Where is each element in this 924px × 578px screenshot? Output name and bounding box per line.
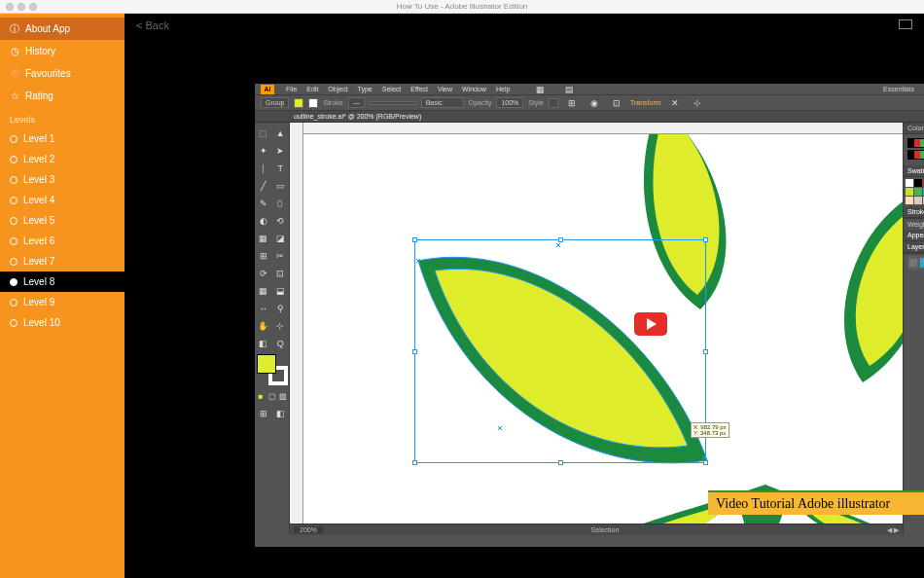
tool-icon[interactable]: ⊞ xyxy=(255,247,272,265)
nav-favourites[interactable]: ♡Favourites xyxy=(0,62,124,85)
brush-def-dd[interactable] xyxy=(370,101,416,105)
level-4[interactable]: Level 4 xyxy=(0,190,124,210)
menu-effect[interactable]: Effect xyxy=(410,86,428,92)
fill-swatch[interactable] xyxy=(294,98,303,108)
tool-icon[interactable]: ▲ xyxy=(272,125,290,142)
stroke-weight-dd[interactable]: — xyxy=(348,97,365,108)
tool-icon[interactable]: ╱ xyxy=(255,177,272,195)
level-2[interactable]: Level 2 xyxy=(0,149,124,169)
tool-icon[interactable]: ◪ xyxy=(272,230,290,247)
tool-icon[interactable]: ✂ xyxy=(272,247,290,265)
maximize-dot[interactable] xyxy=(29,3,37,11)
x-icon[interactable]: ✕ xyxy=(666,94,684,112)
zoom-level[interactable]: 200% xyxy=(294,526,323,533)
tool-icon[interactable]: ✎ xyxy=(255,195,272,212)
swatch[interactable] xyxy=(906,197,913,204)
stroke-swatch[interactable] xyxy=(308,98,318,108)
sidebar: ⓘAbout App◷History♡Favourites☆Rating Lev… xyxy=(0,14,124,578)
tool-icon[interactable]: ⟲ xyxy=(272,212,290,230)
level-1[interactable]: Level 1 xyxy=(0,128,124,149)
transform-link[interactable]: Transform xyxy=(630,99,661,106)
canvas-area[interactable]: X: 982.79 px Y: 348.73 px 200% Selection… xyxy=(290,123,903,535)
panel-tab-appearance[interactable]: Appearance xyxy=(907,232,924,238)
screen-mode-icon[interactable]: ⊞ xyxy=(255,405,272,422)
menu-window[interactable]: Window xyxy=(462,86,486,92)
arrange-icon[interactable]: ▦ xyxy=(531,81,549,98)
level-5[interactable]: Level 5 xyxy=(0,210,124,231)
tool-icon[interactable]: ⊹ xyxy=(272,317,290,335)
snap-icon[interactable]: ⊹ xyxy=(689,94,706,112)
tool-icon[interactable]: Q xyxy=(272,335,290,352)
level-9[interactable]: Level 9 xyxy=(0,292,124,312)
opacity-dd[interactable]: 100% xyxy=(496,97,523,108)
artboard[interactable]: X: 982.79 px Y: 348.73 px xyxy=(303,134,903,524)
tool-icon[interactable]: ▭ xyxy=(272,177,290,195)
panel-tab-swatches[interactable]: Swatches xyxy=(907,167,924,174)
minimize-dot[interactable] xyxy=(18,3,25,11)
draw-mode-icon[interactable]: ■ xyxy=(255,387,267,405)
style-swatch[interactable] xyxy=(549,98,558,108)
tool-icon[interactable]: ◧ xyxy=(255,335,272,352)
tool-icon[interactable]: ⬚ xyxy=(255,125,272,142)
swatch[interactable] xyxy=(914,188,922,196)
menu-file[interactable]: File xyxy=(286,86,297,92)
level-7[interactable]: Level 7 xyxy=(0,251,124,271)
swatch[interactable] xyxy=(906,188,913,196)
swatches-grid[interactable] xyxy=(904,177,924,206)
tool-icon[interactable]: ⚲ xyxy=(272,300,290,317)
menu-object[interactable]: Object xyxy=(328,86,347,92)
tool-icon[interactable]: ▦ xyxy=(255,230,272,247)
selection-mode[interactable]: Group xyxy=(261,97,289,108)
swatch[interactable] xyxy=(914,197,922,204)
fullscreen-icon[interactable] xyxy=(899,19,912,29)
panel-tab-color[interactable]: Color xyxy=(907,125,924,131)
nav-rating[interactable]: ☆Rating xyxy=(0,85,124,107)
nav-about-app[interactable]: ⓘAbout App xyxy=(0,18,124,40)
menu-edit[interactable]: Edit xyxy=(306,86,318,92)
menu-type[interactable]: Type xyxy=(358,86,373,92)
recolor-icon[interactable]: ◉ xyxy=(586,94,603,112)
tool-icon[interactable]: ✋ xyxy=(255,317,272,335)
document-tab[interactable]: outline_stroke.ai* @ 200% (RGB/Preview) xyxy=(255,111,924,123)
tool-icon[interactable]: ➤ xyxy=(272,142,290,160)
workspace-switcher[interactable]: Essentials xyxy=(883,86,914,92)
tool-icon[interactable]: ｜ xyxy=(255,160,272,177)
level-10[interactable]: Level 10 xyxy=(0,312,124,333)
level-3[interactable]: Level 3 xyxy=(0,169,124,190)
back-button[interactable]: < Back xyxy=(136,19,169,31)
level-8[interactable]: Level 8 xyxy=(0,271,124,292)
stroke-style-dd[interactable]: Basic xyxy=(421,97,464,108)
panel-tab-layers[interactable]: Layers xyxy=(907,243,924,250)
eye-icon[interactable] xyxy=(909,259,917,267)
scroll-arrows[interactable]: ◀ ▶ xyxy=(887,526,899,534)
tool-icon[interactable]: ◐ xyxy=(255,212,272,230)
menu-help[interactable]: Help xyxy=(496,86,510,92)
align-icon[interactable]: ⊞ xyxy=(563,94,581,112)
panel-tab-stroke[interactable]: Stroke xyxy=(907,208,924,215)
screen-mode-icon[interactable]: ◧ xyxy=(272,405,290,422)
play-button[interactable] xyxy=(634,312,667,336)
tool-icon[interactable]: ⬓ xyxy=(272,282,290,300)
swatch[interactable] xyxy=(914,179,922,187)
tool-icon[interactable]: ✦ xyxy=(255,142,272,160)
draw-mode-icon[interactable]: ▢ xyxy=(267,387,278,405)
tool-icon[interactable]: ⟳ xyxy=(255,265,272,282)
isolate-icon[interactable]: ⊡ xyxy=(608,94,625,112)
swatch[interactable] xyxy=(906,179,913,187)
close-dot[interactable] xyxy=(6,3,14,11)
level-dot-icon xyxy=(10,217,18,225)
nav-history[interactable]: ◷History xyxy=(0,40,124,62)
tool-icon[interactable]: T xyxy=(272,160,290,177)
layer-row[interactable]: Layer 1 xyxy=(907,256,924,270)
tool-icon[interactable]: ▦ xyxy=(255,282,272,300)
tool-icon[interactable]: ⬯ xyxy=(272,195,290,212)
draw-mode-icon[interactable]: ▨ xyxy=(277,387,289,405)
selection-box[interactable] xyxy=(414,239,706,463)
tool-icon[interactable]: ↔ xyxy=(255,300,272,317)
menu-view[interactable]: View xyxy=(438,86,452,92)
menu-select[interactable]: Select xyxy=(382,86,401,92)
tool-icon[interactable]: ⊡ xyxy=(272,265,290,282)
ruler-horizontal xyxy=(303,123,903,134)
fill-stroke-icon[interactable] xyxy=(257,354,288,385)
level-6[interactable]: Level 6 xyxy=(0,231,124,251)
